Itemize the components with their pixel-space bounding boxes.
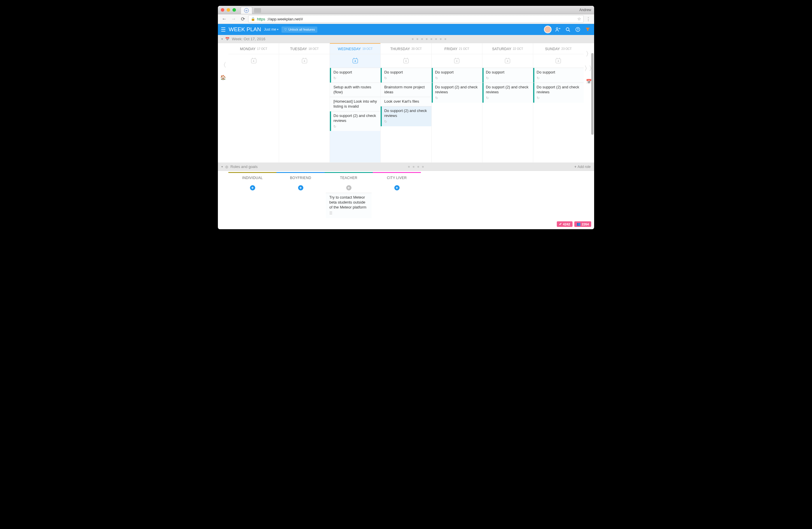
menu-button[interactable]: ☰ bbox=[221, 26, 226, 33]
add-task-button[interactable] bbox=[482, 54, 533, 68]
task-card[interactable]: Do support (2) and check reviews↻ bbox=[482, 83, 533, 102]
task-title: Do support (2) and check reviews bbox=[435, 85, 478, 94]
open-calendar-button[interactable]: 📅 bbox=[586, 79, 592, 84]
week-subheader: ▾ 📅 Week: Oct 17, 2016 bbox=[218, 35, 594, 43]
task-card[interactable]: Look over Karl's files bbox=[381, 97, 431, 106]
lock-icon: 🔒 bbox=[251, 17, 255, 21]
day-column-wednesday: WEDNESDAY 19 OCTDo support↻Setup auth wi… bbox=[330, 43, 381, 162]
week-board: 〈 🏠 MONDAY 17 OCTTUESDAY 18 OCTWEDNESDAY… bbox=[218, 43, 594, 163]
recur-icon: ↻ bbox=[333, 76, 377, 81]
badge1-value: 4242 bbox=[563, 222, 570, 226]
home-button[interactable]: 🏠 bbox=[220, 75, 226, 80]
add-task-button[interactable] bbox=[330, 54, 380, 68]
role-name: TEACHER bbox=[324, 173, 373, 183]
add-task-button[interactable] bbox=[228, 54, 279, 68]
calendar-plus-icon bbox=[353, 59, 358, 63]
task-card[interactable]: Do support (2) and check reviews↻ bbox=[432, 83, 482, 102]
task-title: [Homecast] Look into why listing is inva… bbox=[333, 99, 377, 108]
add-task-button[interactable] bbox=[279, 54, 330, 68]
day-column-friday: FRIDAY 21 OCTDo support↻Do support (2) a… bbox=[432, 43, 482, 162]
day-column-monday: MONDAY 17 OCT bbox=[228, 43, 279, 162]
day-header: SUNDAY 23 OCT bbox=[533, 43, 584, 54]
task-title: Do support (2) and check reviews bbox=[486, 85, 528, 94]
role-column-city-liver: CITY LIVER+ bbox=[373, 171, 421, 229]
day-date: 19 OCT bbox=[362, 47, 373, 50]
workspace-label: Just me bbox=[264, 27, 276, 31]
roles-label: Roles and goals bbox=[230, 164, 258, 169]
add-goal-button[interactable]: + bbox=[373, 185, 421, 190]
window-close-button[interactable] bbox=[221, 8, 224, 12]
day-date: 22 OCT bbox=[513, 47, 523, 50]
workspace-selector[interactable]: Just me ▾ bbox=[264, 27, 278, 31]
bookmark-star-icon[interactable]: ☆ bbox=[577, 16, 581, 21]
task-card[interactable]: Brainstorm more project ideas bbox=[381, 83, 431, 97]
add-task-button[interactable] bbox=[533, 54, 584, 68]
collapse-roles-toggle[interactable]: ▾ bbox=[221, 165, 223, 168]
browser-menu-button[interactable]: ⋮ bbox=[585, 16, 592, 22]
day-name: SUNDAY bbox=[545, 47, 560, 51]
task-title: Do support bbox=[384, 70, 403, 74]
unlock-label: Unlock all features bbox=[288, 28, 315, 31]
scrollbar-thumb[interactable] bbox=[591, 53, 594, 135]
day-header: WEDNESDAY 19 OCT bbox=[330, 43, 380, 54]
browser-toolbar: ← → ⟳ 🔒 https://app.weekplan.net/# ☆ ⋮ bbox=[218, 14, 594, 24]
day-header: FRIDAY 21 OCT bbox=[432, 43, 482, 54]
browser-profile-label[interactable]: Andrew bbox=[579, 8, 591, 12]
address-bar[interactable]: 🔒 https://app.weekplan.net/# ☆ bbox=[248, 15, 584, 23]
stats-badge-1[interactable]: ✔ 4242 bbox=[557, 221, 572, 227]
invite-user-button[interactable] bbox=[554, 26, 562, 33]
add-role-button[interactable]: + Add role bbox=[574, 165, 591, 169]
task-card[interactable]: Do support↻ bbox=[482, 68, 533, 83]
window-maximize-button[interactable] bbox=[232, 8, 236, 12]
task-card[interactable]: Do support (2) and check reviews↻ bbox=[330, 111, 380, 131]
add-goal-button[interactable]: + bbox=[324, 185, 373, 190]
scrollbar-track[interactable] bbox=[591, 24, 594, 229]
add-task-button[interactable] bbox=[381, 54, 431, 68]
new-tab-button[interactable] bbox=[254, 8, 261, 13]
browser-tab[interactable]: w bbox=[241, 7, 252, 14]
weekplan-favicon: w bbox=[244, 8, 249, 13]
goal-title: Try to contact Meteor beta students outs… bbox=[329, 195, 366, 209]
recur-icon: ↻ bbox=[384, 76, 428, 81]
calendar-plus-icon bbox=[403, 59, 409, 63]
task-card[interactable]: Setup auth with routes (flow) bbox=[330, 83, 380, 97]
stats-badge-2[interactable]: 👥 2264 bbox=[574, 221, 591, 227]
week-pagination-dots[interactable] bbox=[268, 38, 591, 40]
add-goal-button[interactable]: + bbox=[228, 185, 276, 190]
add-task-button[interactable] bbox=[432, 54, 482, 68]
task-card[interactable]: Do support↻ bbox=[381, 68, 431, 83]
calendar-plus-icon bbox=[505, 59, 510, 63]
day-name: WEDNESDAY bbox=[338, 47, 361, 51]
task-title: Do support bbox=[537, 70, 555, 74]
reload-button[interactable]: ⟳ bbox=[239, 15, 247, 23]
task-title: Do support (2) and check reviews bbox=[384, 108, 427, 118]
recur-icon: ↻ bbox=[486, 96, 530, 101]
task-card[interactable]: [Homecast] Look into why listing is inva… bbox=[330, 97, 380, 111]
plus-circle-icon: + bbox=[298, 185, 303, 190]
add-goal-button[interactable]: + bbox=[276, 185, 324, 190]
task-title: Setup auth with routes (flow) bbox=[333, 85, 371, 94]
filter-button[interactable] bbox=[584, 26, 591, 33]
window-minimize-button[interactable] bbox=[227, 8, 230, 12]
goal-card[interactable]: Try to contact Meteor beta students outs… bbox=[326, 193, 372, 218]
task-card[interactable]: Do support↻ bbox=[533, 68, 584, 83]
unlock-features-button[interactable]: ♡ Unlock all features bbox=[281, 27, 318, 33]
plus-circle-icon: + bbox=[394, 185, 400, 190]
badge2-value: 2264 bbox=[582, 222, 589, 226]
day-header: SATURDAY 22 OCT bbox=[482, 43, 533, 54]
day-header: MONDAY 17 OCT bbox=[228, 43, 279, 54]
day-header: THURSDAY 20 OCT bbox=[381, 43, 431, 54]
prev-week-button[interactable]: 〈 bbox=[220, 61, 226, 69]
roles-pagination-dots[interactable] bbox=[260, 166, 572, 168]
task-card[interactable]: Do support (2) and check reviews↻ bbox=[381, 106, 431, 126]
task-card[interactable]: Do support↻ bbox=[330, 68, 380, 83]
help-button[interactable]: ? bbox=[574, 26, 581, 33]
day-name: MONDAY bbox=[240, 47, 256, 51]
collapse-week-toggle[interactable]: ▾ bbox=[221, 37, 223, 41]
task-card[interactable]: Do support↻ bbox=[432, 68, 482, 83]
avatar[interactable] bbox=[544, 26, 552, 33]
role-column-teacher: TEACHER+Try to contact Meteor beta stude… bbox=[324, 171, 373, 229]
task-card[interactable]: Do support (2) and check reviews↻ bbox=[533, 83, 584, 102]
back-button[interactable]: ← bbox=[220, 15, 228, 23]
search-button[interactable] bbox=[564, 26, 571, 33]
